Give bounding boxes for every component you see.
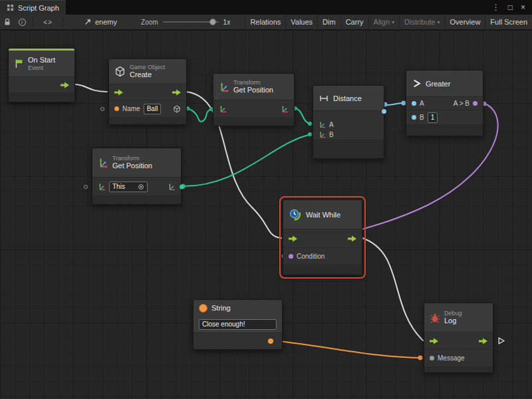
a-input-port[interactable] bbox=[412, 101, 416, 106]
cube-icon bbox=[114, 66, 126, 77]
maximize-icon[interactable]: □ bbox=[508, 0, 513, 15]
graph-toolbar: i <> enemy Zoom 1x Relations Values Dim … bbox=[0, 15, 532, 30]
transform-input-port[interactable] bbox=[219, 105, 227, 113]
node-string-literal[interactable]: String Close enough! bbox=[193, 299, 283, 350]
toolbar-separator bbox=[33, 17, 33, 27]
input-a-row: A bbox=[313, 119, 384, 130]
condition-row: Condition bbox=[283, 248, 362, 265]
node-footer bbox=[424, 367, 493, 372]
name-input-port[interactable] bbox=[114, 106, 119, 111]
full-screen-button[interactable]: Full Screen bbox=[485, 15, 532, 30]
node-debug-log[interactable]: Debug Log Message bbox=[424, 303, 493, 373]
unconnected-port-dot[interactable] bbox=[84, 185, 88, 189]
flow-input-port[interactable] bbox=[114, 89, 123, 96]
node-gameobject-create[interactable]: Game Object Create Name Ball bbox=[108, 59, 187, 125]
message-input-port[interactable] bbox=[430, 356, 434, 360]
position-output-port[interactable] bbox=[281, 105, 289, 113]
name-input-row: Name Ball bbox=[109, 100, 186, 118]
node-footer bbox=[9, 93, 74, 102]
unconnected-port-dot[interactable] bbox=[100, 107, 104, 111]
distance-output-port[interactable] bbox=[382, 109, 386, 114]
graph-canvas[interactable]: On Start Event Game Object Create bbox=[0, 30, 532, 399]
wire-getposition-to-distance-a[interactable] bbox=[295, 108, 311, 124]
node-title: Wait While bbox=[306, 211, 340, 219]
vector-a-port[interactable] bbox=[319, 121, 326, 128]
node-category: Transform bbox=[233, 79, 273, 86]
flow-input-port[interactable] bbox=[430, 338, 438, 344]
node-header: Game Object Create bbox=[109, 59, 186, 84]
node-header: Wait While bbox=[283, 200, 362, 229]
node-footer bbox=[92, 196, 181, 204]
node-get-position-ball[interactable]: Transform Get Position bbox=[213, 73, 295, 126]
node-greater[interactable]: Greater A A > B B 1 bbox=[406, 70, 483, 136]
node-header: On Start Event bbox=[9, 51, 74, 77]
flow-output-port[interactable] bbox=[172, 89, 181, 96]
node-header: Transform Get Position bbox=[92, 148, 181, 178]
greater-than-icon bbox=[412, 78, 422, 88]
wire-onstart-to-create[interactable] bbox=[75, 84, 107, 92]
flow-output-row bbox=[9, 77, 74, 93]
node-title: Distance bbox=[333, 94, 362, 102]
node-wait-while[interactable]: Wait While Condition bbox=[283, 200, 362, 275]
result-output-port[interactable] bbox=[473, 101, 477, 106]
target-select[interactable]: This bbox=[109, 182, 148, 192]
script-graph-window: Script Graph ⋮ □ × i <> enemy Zoom bbox=[0, 0, 532, 399]
transform-axes-icon bbox=[219, 82, 229, 92]
b-label: B bbox=[420, 114, 424, 121]
node-category: Game Object bbox=[130, 64, 165, 70]
node-distance[interactable]: Distance A B bbox=[313, 85, 384, 159]
wire-waitwhile-to-log[interactable] bbox=[362, 238, 423, 340]
dim-button[interactable]: Dim bbox=[317, 15, 340, 30]
name-input[interactable]: Ball bbox=[144, 104, 162, 114]
info-button[interactable]: i bbox=[15, 15, 29, 30]
flow-output-port[interactable] bbox=[348, 235, 356, 242]
graph-name: enemy bbox=[95, 18, 117, 26]
wait-clock-icon bbox=[289, 208, 302, 221]
b-input-port[interactable] bbox=[412, 115, 416, 120]
transform-axes-icon bbox=[98, 158, 108, 168]
values-button[interactable]: Values bbox=[285, 15, 317, 30]
distribute-button[interactable]: Distribute ▾ bbox=[399, 15, 444, 30]
output-row bbox=[313, 111, 384, 119]
string-output-port[interactable] bbox=[268, 338, 273, 344]
lock-button[interactable] bbox=[0, 15, 15, 30]
zoom-slider-thumb[interactable] bbox=[209, 19, 216, 25]
breadcrumb-graph[interactable]: enemy bbox=[78, 15, 122, 30]
wire-getposition-this-to-distance-b[interactable] bbox=[182, 134, 311, 186]
zoom-slider[interactable] bbox=[163, 21, 219, 23]
position-output-dot[interactable] bbox=[180, 184, 184, 189]
flow-input-port[interactable] bbox=[289, 235, 297, 242]
transform-input-port[interactable] bbox=[98, 183, 106, 191]
wire-create-to-getposition[interactable] bbox=[187, 108, 211, 122]
node-on-start-event[interactable]: On Start Event bbox=[8, 48, 75, 102]
node-footer bbox=[313, 140, 384, 158]
info-icon: i bbox=[19, 19, 26, 26]
node-get-position-this[interactable]: Transform Get Position This bbox=[92, 148, 182, 205]
close-icon[interactable]: × bbox=[521, 0, 525, 15]
flow-output-port[interactable] bbox=[479, 338, 487, 344]
string-value-input[interactable]: Close enough! bbox=[199, 319, 277, 330]
wire-distance-to-greater[interactable] bbox=[384, 103, 404, 105]
condition-input-port[interactable] bbox=[289, 254, 293, 259]
name-label: Name bbox=[122, 105, 140, 112]
object-picker-icon[interactable] bbox=[138, 184, 144, 190]
gameobject-output-port[interactable] bbox=[173, 105, 181, 113]
distance-icon bbox=[319, 93, 329, 104]
position-output-port[interactable] bbox=[168, 183, 176, 191]
relations-button[interactable]: Relations bbox=[245, 15, 285, 30]
overview-button[interactable]: Overview bbox=[445, 15, 485, 30]
code-view-button[interactable]: <> bbox=[37, 15, 59, 30]
align-button[interactable]: Align ▾ bbox=[368, 15, 399, 30]
message-row: Message bbox=[424, 350, 493, 367]
wire-string-to-message[interactable] bbox=[274, 340, 422, 358]
tab-script-graph[interactable]: Script Graph bbox=[0, 0, 66, 15]
vector-b-port[interactable] bbox=[319, 131, 326, 138]
node-title: Log bbox=[444, 317, 462, 325]
carry-button[interactable]: Carry bbox=[340, 15, 368, 30]
toolbar-separator bbox=[63, 17, 63, 27]
lock-icon bbox=[3, 18, 11, 26]
flow-output-port[interactable] bbox=[61, 82, 69, 88]
node-header: Transform Get Position bbox=[213, 74, 294, 100]
b-value-input[interactable]: 1 bbox=[428, 112, 438, 123]
window-menu-icon[interactable]: ⋮ bbox=[492, 0, 500, 15]
